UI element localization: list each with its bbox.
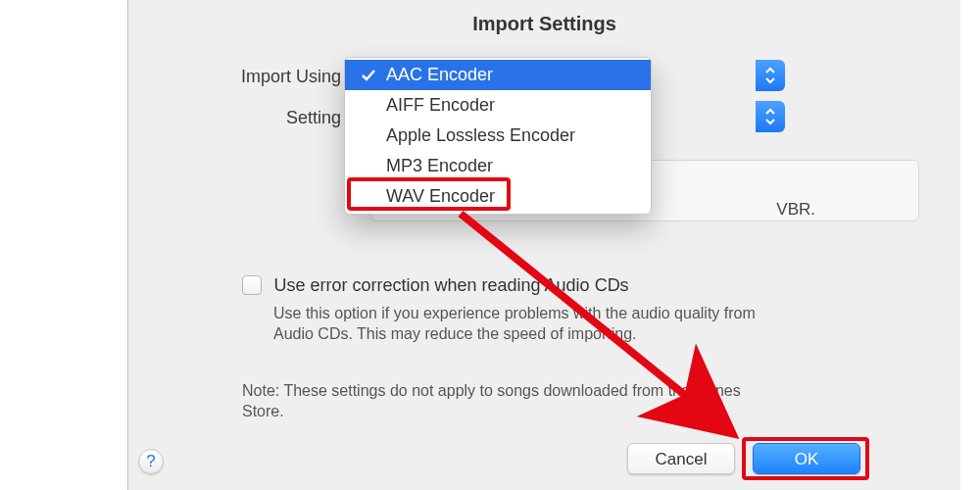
page-margin — [0, 0, 127, 490]
help-button[interactable]: ? — [138, 449, 164, 474]
error-correction-row[interactable]: Use error correction when reading Audio … — [242, 275, 791, 296]
encoder-option-aiff[interactable]: AIFF Encoder — [345, 90, 651, 121]
encoder-option-wav[interactable]: WAV Encoder — [345, 181, 651, 212]
setting-label: Setting — [142, 108, 341, 128]
import-using-label: Import Using — [142, 67, 341, 87]
encoder-option-mp3[interactable]: MP3 Encoder — [345, 151, 651, 181]
updown-chevron-icon — [764, 66, 776, 85]
error-correction-checkbox[interactable] — [242, 275, 262, 295]
import-using-dropdown-menu[interactable]: AAC Encoder AIFF Encoder Apple Lossless … — [344, 57, 652, 215]
note-text: Note: These settings do not apply to son… — [242, 380, 752, 421]
details-trailing-text: VBR. — [776, 200, 815, 220]
window-title: Import Settings — [128, 0, 960, 41]
error-correction-label: Use error correction when reading Audio … — [273, 275, 628, 295]
encoder-option-label: MP3 Encoder — [386, 156, 493, 175]
encoder-option-apple-lossless[interactable]: Apple Lossless Encoder — [345, 121, 651, 151]
cancel-button[interactable]: Cancel — [627, 443, 735, 474]
encoder-option-label: WAV Encoder — [386, 186, 495, 206]
encoder-option-label: AAC Encoder — [386, 65, 493, 84]
updown-chevron-icon — [764, 107, 776, 126]
import-using-dropdown-cap[interactable] — [756, 60, 785, 91]
setting-dropdown-cap[interactable] — [756, 101, 785, 132]
encoder-option-label: AIFF Encoder — [386, 95, 495, 115]
ok-button[interactable]: OK — [753, 443, 860, 474]
help-icon: ? — [146, 452, 155, 470]
encoder-option-aac[interactable]: AAC Encoder — [345, 60, 651, 90]
error-correction-description: Use this option if you experience proble… — [273, 303, 773, 344]
encoder-option-label: Apple Lossless Encoder — [386, 125, 575, 145]
check-icon — [360, 67, 377, 84]
